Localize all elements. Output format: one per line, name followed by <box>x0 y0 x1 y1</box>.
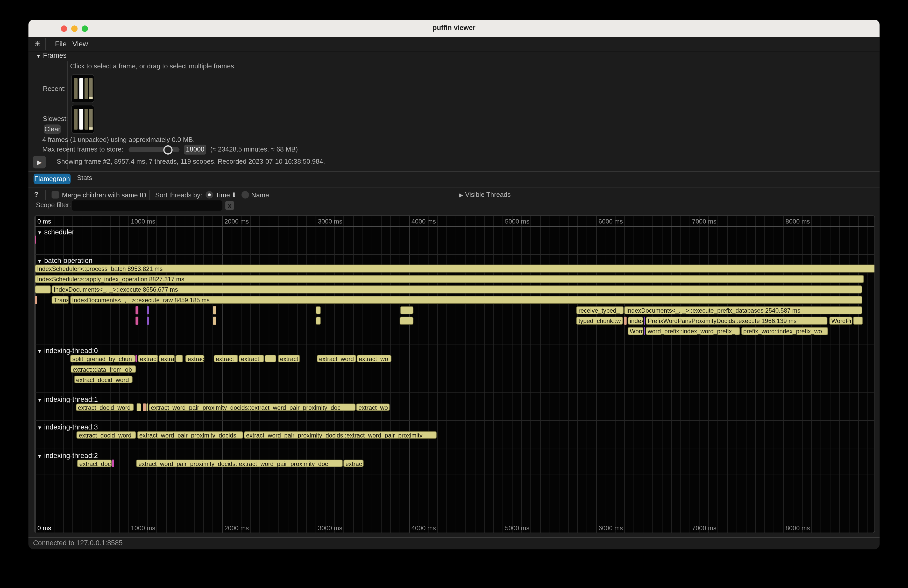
scope-bar[interactable]: Word <box>627 327 643 335</box>
scope-bar[interactable]: receive_typed_ <box>576 306 623 314</box>
scope-bar[interactable]: extract_word <box>317 355 356 362</box>
thread-header-indexing-thread:2[interactable]: ▼ indexing-thread:2 <box>37 451 98 459</box>
scope-bar[interactable]: extrac <box>343 459 364 467</box>
scope-filter-input[interactable] <box>72 200 222 210</box>
scope-bar[interactable] <box>135 355 137 362</box>
frame-thumbnail-bar[interactable] <box>84 78 88 99</box>
scope-bar[interactable]: extract_ <box>239 355 264 362</box>
thread-group-separator <box>35 254 874 255</box>
scope-bar[interactable] <box>146 403 148 411</box>
scope-bar[interactable] <box>135 306 138 314</box>
frames-section-header[interactable]: ▼ Frames <box>36 51 67 59</box>
thread-header-indexing-thread:0[interactable]: ▼ indexing-thread:0 <box>37 347 98 355</box>
scope-bar[interactable]: extrac <box>185 355 204 362</box>
scope-bar[interactable]: extract_word_pair_proximity_docids::extr… <box>136 459 343 467</box>
scope-bar[interactable]: extract_doc <box>77 459 111 467</box>
sort-direction-arrow-icon[interactable]: ⬇ <box>231 191 237 199</box>
scope-bar[interactable]: typed_chunk::w <box>576 316 623 324</box>
frame-thumbnail-bar[interactable] <box>84 109 88 130</box>
scope-bar[interactable]: extract_docid_word <box>76 431 136 439</box>
thread-header-batch-operation[interactable]: ▼ batch-operation <box>37 257 92 265</box>
scope-bar[interactable]: extract <box>138 355 158 362</box>
scope-bar[interactable]: WordPr <box>829 316 853 324</box>
max-frames-slider[interactable] <box>129 147 180 152</box>
scope-bar[interactable]: extract_docid_word <box>74 375 133 383</box>
scope-bar[interactable] <box>316 316 320 324</box>
scope-bar[interactable] <box>853 316 863 324</box>
max-frames-value[interactable]: 18000 <box>184 145 206 155</box>
scope-bar[interactable] <box>35 236 35 244</box>
gridline <box>419 216 419 533</box>
menu-file[interactable]: File <box>55 40 67 48</box>
frame-thumbnail-bar[interactable] <box>89 78 93 99</box>
scope-bar[interactable] <box>135 316 138 324</box>
clear-filter-button[interactable]: x <box>225 201 234 210</box>
slowest-frames-thumbnail[interactable] <box>71 104 94 134</box>
slider-knob[interactable] <box>163 145 172 154</box>
flamegraph-canvas[interactable]: 0 ms1000 ms2000 ms3000 ms4000 ms5000 ms6… <box>34 215 875 533</box>
scope-bar[interactable] <box>143 403 146 411</box>
scope-bar[interactable]: extract_word_pair_proximity_docids::extr… <box>148 403 355 411</box>
sort-name-radio[interactable] <box>241 191 249 198</box>
scope-bar[interactable]: extract_word_pair_proximity_docids <box>137 431 243 439</box>
scope-bar[interactable] <box>112 459 114 467</box>
thread-header-indexing-thread:1[interactable]: ▼ indexing-thread:1 <box>37 395 98 403</box>
scope-bar[interactable] <box>213 316 216 324</box>
scope-bar[interactable]: extra <box>158 355 175 362</box>
play-button[interactable]: ▶ <box>33 156 46 169</box>
scope-bar[interactable]: index <box>627 316 643 324</box>
frame-thumbnail-bar[interactable] <box>74 78 77 99</box>
scope-bar[interactable]: extract <box>278 355 300 362</box>
theme-toggle-sun-icon[interactable]: ☀ <box>34 39 41 48</box>
thread-header-indexing-thread:3[interactable]: ▼ indexing-thread:3 <box>37 423 98 431</box>
scope-bar[interactable] <box>399 316 414 324</box>
scope-bar[interactable] <box>35 296 37 304</box>
axis-tick-label: 4000 ms <box>412 525 436 532</box>
clear-button[interactable]: Clear <box>44 124 61 134</box>
tab-stats[interactable]: Stats <box>77 174 92 182</box>
scope-bar[interactable] <box>175 355 183 362</box>
scope-bar[interactable]: extract_ <box>213 355 238 362</box>
scope-bar[interactable] <box>264 355 276 362</box>
sort-time-radio[interactable] <box>206 191 213 198</box>
scope-bar[interactable]: word_prefix::index_word_prefix_ <box>646 327 740 335</box>
thread-header-scheduler[interactable]: ▼ scheduler <box>37 228 74 236</box>
scope-bar[interactable]: extract_docid_word <box>76 403 134 411</box>
scope-bar[interactable] <box>400 306 413 314</box>
menu-view[interactable]: View <box>72 40 88 48</box>
frame-thumbnail-bar[interactable] <box>89 109 93 130</box>
scope-bar[interactable]: PrefixWordPairsProximityDocids::execute … <box>646 316 828 324</box>
visible-threads-toggle[interactable]: ▶ Visible Threads <box>459 191 511 198</box>
scope-bar[interactable]: IndexDocuments<_, _>::execute_prefix_dat… <box>624 306 862 314</box>
scope-bar[interactable]: extract_wo <box>356 403 390 411</box>
scope-bar[interactable] <box>644 327 645 335</box>
scope-bar[interactable] <box>213 306 216 314</box>
scope-bar[interactable]: Trans <box>52 296 69 304</box>
scope-bar[interactable] <box>136 403 140 411</box>
scope-bar[interactable] <box>644 316 645 324</box>
gridline <box>858 216 858 533</box>
scope-bar[interactable] <box>35 286 51 293</box>
merge-children-checkbox[interactable] <box>52 191 59 198</box>
frame-thumbnail-bar[interactable] <box>79 78 83 99</box>
scope-bar[interactable]: prefix_word::index_prefix_wo <box>741 327 828 335</box>
scope-bar[interactable]: IndexScheduler>::apply_index_operation 8… <box>35 275 864 283</box>
help-button[interactable]: ? <box>34 190 39 198</box>
scope-bar[interactable] <box>147 306 149 314</box>
gridline <box>839 216 840 533</box>
scope-bar[interactable]: IndexScheduler>::process_batch 8953.821 … <box>35 265 875 272</box>
scope-bar[interactable] <box>147 316 149 324</box>
recent-frames-thumbnail[interactable] <box>71 74 94 103</box>
scope-bar[interactable]: extract_word_pair_proximity_docids::extr… <box>244 431 436 439</box>
gridline <box>428 216 428 533</box>
scope-bar[interactable] <box>316 306 320 314</box>
frame-thumbnail-bar[interactable] <box>79 109 83 130</box>
frame-thumbnail-bar[interactable] <box>74 109 77 130</box>
scope-bar[interactable]: IndexDocuments<_, _>::execute 8656.677 m… <box>51 286 862 293</box>
scope-bar[interactable]: extract::data_from_ob <box>71 365 136 373</box>
scope-bar[interactable] <box>624 316 626 324</box>
scope-bar[interactable]: extract_wo <box>356 355 391 362</box>
scope-bar[interactable]: split_grenad_by_chun <box>70 355 135 362</box>
tab-flamegraph[interactable]: Flamegraph <box>34 174 71 184</box>
scope-bar[interactable]: IndexDocuments<_, _>::execute_raw 8459.1… <box>70 296 862 304</box>
